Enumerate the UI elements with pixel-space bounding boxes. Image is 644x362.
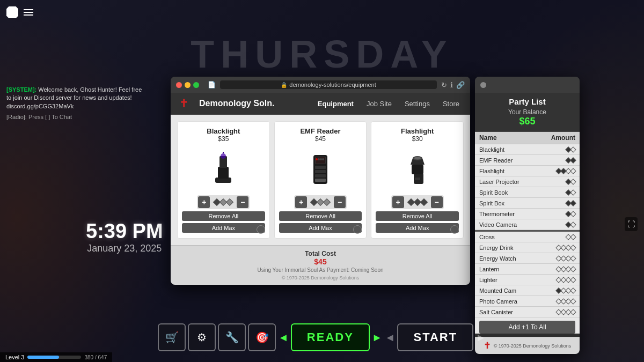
- balance-amount: $65: [481, 116, 573, 127]
- party-row-salt: Salt Canister: [475, 307, 580, 317]
- nav-equipment[interactable]: Equipment: [316, 99, 356, 109]
- emf-plus-btn[interactable]: +: [295, 196, 307, 208]
- xp-text: 380 / 647: [84, 354, 107, 360]
- emf-remove-btn[interactable]: Remove All: [279, 211, 362, 221]
- svg-point-20: [414, 157, 421, 160]
- browser-url-bar[interactable]: 🔒 demonology-solutions/equipment: [220, 80, 437, 89]
- flashlight-addmax-btn[interactable]: Add Max: [376, 223, 459, 233]
- party-row-spiritbox: Spirit Box: [475, 198, 580, 209]
- level-bar: Level 3 380 / 647: [0, 352, 112, 362]
- flashlight-diamonds: [406, 200, 429, 205]
- toolbar-tools-btn[interactable]: 🔧: [218, 323, 246, 351]
- traffic-lights: [176, 82, 199, 88]
- level-text: Level 3: [5, 354, 24, 360]
- left-arrow-green: ◄: [278, 331, 289, 344]
- radio-prefix: [Radio]:: [6, 114, 27, 120]
- ready-button[interactable]: READY: [291, 323, 370, 351]
- browser-actions: ↻ ℹ 🔗: [441, 81, 465, 89]
- party-item-mountedcam: Mounted Cam: [479, 287, 557, 294]
- party-item-lantern: Lantern: [479, 266, 557, 272]
- flashlight-svg: [399, 151, 436, 188]
- party-item-cross: Cross: [479, 234, 566, 240]
- party-row-photocam: Photo Camera: [475, 296, 580, 307]
- url-text: demonology-solutions/equipment: [289, 82, 376, 88]
- svg-rect-21: [415, 178, 420, 180]
- blacklight-addmax-btn[interactable]: Add Max: [182, 223, 265, 233]
- right-arrow-green: ►: [372, 331, 383, 344]
- party-item-laser: Laser Projector: [479, 179, 566, 185]
- cross-party-diamonds: [566, 235, 575, 239]
- svg-point-3: [221, 153, 226, 159]
- emf-party-diamonds: [566, 158, 575, 162]
- traffic-light-green[interactable]: [193, 82, 199, 88]
- party-row-thermometer: Thermometer: [475, 209, 580, 219]
- right-arrow-start: ►: [475, 331, 486, 344]
- bookmark-icon[interactable]: 🔗: [456, 81, 465, 89]
- lock-icon: 🔒: [281, 82, 287, 88]
- col-name-header: Name: [479, 134, 551, 142]
- blacklight-info-btn[interactable]: i: [257, 225, 265, 234]
- traffic-light-red[interactable]: [176, 82, 182, 88]
- svg-point-10: [320, 158, 322, 160]
- screen-expand-icon[interactable]: ⛶: [625, 217, 638, 231]
- videocam-party-diamonds: [566, 223, 575, 227]
- equipment-card-emf: EMF Reader $45 +: [274, 121, 367, 239]
- party-panel: Party List Your Balance $65 Name Amount …: [475, 77, 580, 354]
- blacklight-minus-btn[interactable]: +: [198, 196, 210, 208]
- photocam-party-diamonds: [557, 299, 575, 304]
- toolbar-cart-btn[interactable]: 🛒: [158, 323, 186, 351]
- flashlight-name: Flashlight: [401, 127, 434, 135]
- party-item-thermometer: Thermometer: [479, 211, 566, 217]
- party-item-videocam: Video Camera: [479, 221, 566, 228]
- left-arrow-start: ◄: [385, 331, 396, 344]
- flashlight-info-btn[interactable]: i: [450, 225, 459, 234]
- hamburger-menu[interactable]: [24, 9, 33, 16]
- emf-price: $45: [315, 135, 326, 143]
- reload-icon[interactable]: ↻: [441, 81, 447, 89]
- col-amount-header: Amount: [551, 134, 575, 142]
- laser-party-diamonds: [566, 180, 575, 184]
- flashlight-image: [396, 148, 439, 191]
- party-row-energywatch: Energy Watch: [475, 253, 580, 264]
- equipment-card-blacklight: Blacklight $35 + − R: [177, 121, 270, 239]
- nav-store[interactable]: Store: [441, 99, 462, 109]
- equipment-grid: Blacklight $35 + − R: [171, 115, 470, 245]
- total-cost-value: $45: [179, 257, 462, 266]
- flashlight-controls: + −: [391, 195, 444, 209]
- party-item-spiritbox: Spirit Box: [479, 200, 566, 206]
- svg-rect-17: [412, 165, 423, 174]
- blacklight-svg: [204, 151, 242, 188]
- emf-minus-btn[interactable]: −: [334, 196, 346, 208]
- flashlight-remove-btn[interactable]: Remove All: [376, 211, 459, 221]
- blacklight-plus-btn[interactable]: −: [237, 196, 248, 208]
- party-item-emf: EMF Reader: [479, 157, 566, 164]
- flashlight-minus-btn[interactable]: −: [431, 196, 443, 208]
- toolbar-settings-btn[interactable]: ⚙: [188, 323, 216, 351]
- app-header: ✝ Demonology Soln. Equipment Job Site Se…: [171, 93, 470, 115]
- clock-time: 5:39 PM: [86, 220, 163, 243]
- toolbar-target-btn[interactable]: 🎯: [248, 323, 276, 351]
- xp-bar-fill: [27, 356, 59, 359]
- cart-icon: 🛒: [165, 331, 179, 344]
- blacklight-party-diamonds: [566, 147, 575, 152]
- party-item-blacklight: Blacklight: [479, 146, 566, 153]
- clock-date: January 23, 2025: [86, 243, 163, 254]
- flashlight-plus-btn[interactable]: +: [392, 196, 404, 208]
- bottom-toolbar: 🛒 ⚙ 🔧 🎯 ◄ READY ► ◄ START ►: [158, 323, 486, 351]
- info-icon[interactable]: ℹ: [450, 81, 453, 89]
- nav-jobsite[interactable]: Job Site: [364, 99, 394, 109]
- traffic-light-yellow[interactable]: [185, 82, 191, 88]
- party-dot: [480, 82, 486, 88]
- svg-rect-15: [315, 179, 326, 182]
- emf-addmax-btn[interactable]: Add Max: [279, 223, 362, 233]
- add-all-btn[interactable]: Add +1 To All: [479, 321, 575, 334]
- svg-rect-1: [218, 167, 229, 179]
- party-row-flashlight: Flashlight: [475, 166, 580, 176]
- diamond-3: [420, 198, 428, 206]
- nav-settings[interactable]: Settings: [402, 99, 432, 109]
- tools-icon: 🔧: [225, 331, 239, 344]
- party-item-energywatch: Energy Watch: [479, 255, 557, 262]
- blacklight-diamonds: [212, 200, 235, 205]
- blacklight-remove-btn[interactable]: Remove All: [182, 211, 265, 221]
- start-button[interactable]: START: [397, 323, 473, 351]
